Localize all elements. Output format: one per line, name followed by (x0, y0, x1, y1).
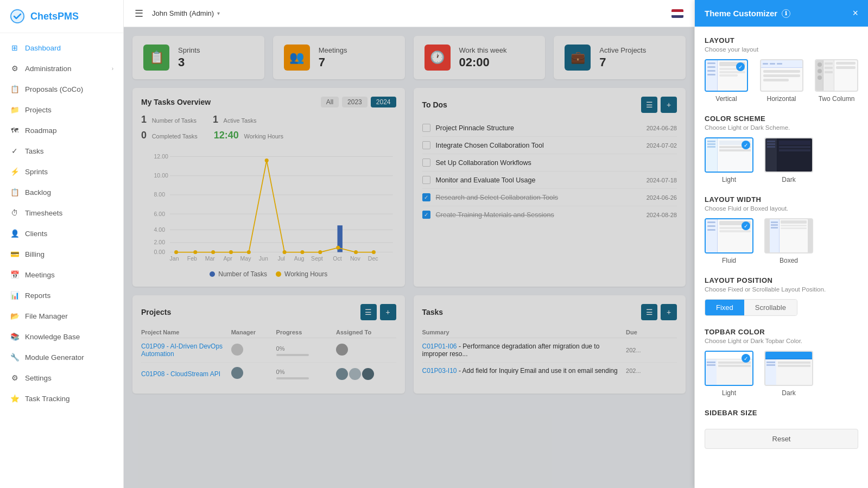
language-flag-icon[interactable] (671, 9, 683, 18)
selected-check-icon: ✓ (736, 62, 745, 71)
task-summary: C01P03-I10 - Add field for Inquiry Email… (422, 367, 626, 375)
color-scheme-dark[interactable]: Dark (764, 137, 813, 183)
sidebar-item-meetings[interactable]: 📅 Meetings (0, 264, 123, 285)
todo-checkbox-checked[interactable]: ✓ (422, 193, 430, 201)
svg-point-18 (193, 250, 197, 254)
sidebar-item-reports[interactable]: 📊 Reports (0, 285, 123, 306)
reset-button[interactable]: Reset (705, 429, 858, 449)
sidebar-item-tasks[interactable]: ✓ Tasks (0, 141, 123, 161)
tasks-table-header: Summary Due (422, 327, 677, 338)
sidebar-item-label: Roadmap (25, 126, 113, 135)
sidebar-item-proposals[interactable]: 📋 Proposals (CoCo) (0, 79, 123, 99)
topbar-color-light[interactable]: ✓ (705, 351, 753, 397)
todo-date: 2024-07-18 (647, 177, 677, 183)
preview-line (707, 221, 715, 223)
color-scheme-options: ✓ (705, 137, 858, 183)
sidebar-item-label: Settings (25, 374, 113, 382)
preview-line (771, 227, 778, 229)
color-scheme-section: COLOR SCHEME Choose Light or Dark Scheme… (705, 115, 858, 183)
projects-add-btn[interactable]: + (380, 304, 396, 320)
backlog-icon: 📋 (10, 187, 20, 197)
todos-actions: ☰ + (641, 97, 677, 113)
color-scheme-light[interactable]: ✓ (705, 137, 753, 183)
todo-checkbox[interactable] (422, 159, 430, 167)
width-option-boxed[interactable]: Boxed (764, 218, 813, 264)
sidebar-item-modulegenerator[interactable]: 🔧 Module Generator (0, 347, 123, 367)
topbar-color-title: TOPBAR COLOR (705, 328, 858, 336)
todo-item: ✓ Research and Select Collaboration Tool… (422, 189, 677, 206)
projects-list-btn[interactable]: ☰ (360, 304, 377, 320)
filter-2024[interactable]: 2024 (371, 97, 396, 107)
topbar-preview-light: ✓ (705, 351, 753, 386)
boxed-preview-graphic (770, 219, 808, 252)
width-option-fluid[interactable]: ✓ (705, 218, 753, 264)
sidebar-item-roadmap[interactable]: 🗺 Roadmap (0, 120, 123, 141)
svg-text:Oct: Oct (333, 255, 341, 262)
project-name[interactable]: C01P08 - CloudStream API (141, 370, 231, 378)
selected-check-icon: ✓ (742, 354, 750, 363)
sidebar-item-administration[interactable]: ⚙ Administration › (0, 58, 123, 79)
preview-row (719, 149, 751, 151)
completed-label: Completed Tasks (152, 133, 198, 140)
sidebar-item-label: Meetings (25, 271, 113, 279)
preview-row (719, 74, 738, 77)
project-name[interactable]: C01P09 - AI-Driven DevOps Automation (141, 343, 231, 358)
sidebar-item-billing[interactable]: 💳 Billing (0, 244, 123, 264)
sidebar-item-timesheets[interactable]: ⏱ Timesheets (0, 202, 123, 223)
layout-position-section: LAYOUT POSITION Choose Fixed or Scrollab… (705, 276, 858, 316)
sidebar-item-settings[interactable]: ⚙ Settings (0, 367, 123, 388)
position-fixed-tab[interactable]: Fixed (705, 300, 744, 315)
todos-add-btn[interactable]: + (661, 97, 677, 113)
topbar-color-dark[interactable]: Dark (764, 351, 813, 397)
svg-text:Mar: Mar (205, 255, 216, 262)
svg-text:12.00: 12.00 (154, 153, 168, 160)
sidebar-item-filemanager[interactable]: 📂 File Manager (0, 306, 123, 326)
sidebar-item-knowledgebase[interactable]: 📚 Knowledge Base (0, 326, 123, 347)
preview-line (771, 224, 778, 226)
sidebar-item-sprints[interactable]: ⚡ Sprints (0, 161, 123, 182)
sidebar-item-label: Billing (25, 250, 113, 258)
filter-all[interactable]: All (321, 97, 339, 107)
sidebar-item-backlog[interactable]: 📋 Backlog (0, 182, 123, 202)
sidebar-size-section: SIDEBAR SIZE (705, 409, 858, 417)
svg-text:Dec: Dec (368, 255, 378, 262)
layout-option-twocolumn[interactable]: Two Column (815, 59, 858, 103)
col-summary-header: Summary (422, 329, 626, 335)
todo-checkbox[interactable] (422, 124, 430, 132)
layout-section: LAYOUT Choose your layout ✓ (705, 36, 858, 103)
todo-checkbox-checked[interactable]: ✓ (422, 211, 430, 219)
preview-navitem (770, 63, 775, 65)
stat-card-workweek: 🕐 Work this week 02:00 (414, 36, 546, 79)
tasks-list-btn[interactable]: ☰ (641, 304, 657, 320)
todo-date: 2024-07-02 (647, 142, 677, 149)
projects-header: Projects ☰ + (141, 304, 396, 320)
sidebar-item-dashboard[interactable]: ⊞ Dashboard (0, 37, 123, 58)
selected-check-icon: ✓ (742, 141, 750, 149)
topbar: ☰ John Smith (Admin) ▾ (124, 0, 694, 27)
layout-option-horizontal[interactable]: Horizontal (760, 59, 803, 103)
legend-tasks: Number of Tasks (210, 270, 267, 278)
sidebar-navigation: ⊞ Dashboard ⚙ Administration › 📋 Proposa… (0, 33, 123, 488)
roadmap-icon: 🗺 (10, 125, 20, 135)
preview-line (707, 143, 715, 145)
chart-legend: Number of Tasks Working Hours (141, 270, 396, 278)
logo-icon (9, 8, 26, 25)
user-menu[interactable]: John Smith (Admin) ▾ (152, 9, 220, 17)
sidebar-item-tasktracking[interactable]: ⭐ Task Tracking (0, 388, 123, 409)
stat-label-meetings: Meetings (319, 46, 347, 54)
todos-list-btn[interactable]: ☰ (641, 97, 657, 113)
todo-checkbox[interactable] (422, 176, 430, 184)
project-assigned (336, 344, 396, 357)
menu-toggle-icon[interactable]: ☰ (135, 8, 143, 20)
theme-close-button[interactable]: × (852, 8, 858, 19)
filter-2023[interactable]: 2023 (342, 97, 368, 107)
tasks-add-btn[interactable]: + (661, 304, 677, 320)
todo-checkbox[interactable] (422, 141, 430, 149)
sprints-icon: ⚡ (10, 167, 20, 176)
svg-point-26 (336, 246, 340, 250)
layout-option-vertical[interactable]: ✓ (705, 59, 748, 103)
sidebar-item-projects[interactable]: 📁 Projects (0, 99, 123, 120)
sidebar-item-clients[interactable]: 👤 Clients (0, 223, 123, 244)
position-scrollable-tab[interactable]: Scrollable (744, 300, 797, 315)
layout-position-title: LAYOUT POSITION (705, 276, 858, 284)
